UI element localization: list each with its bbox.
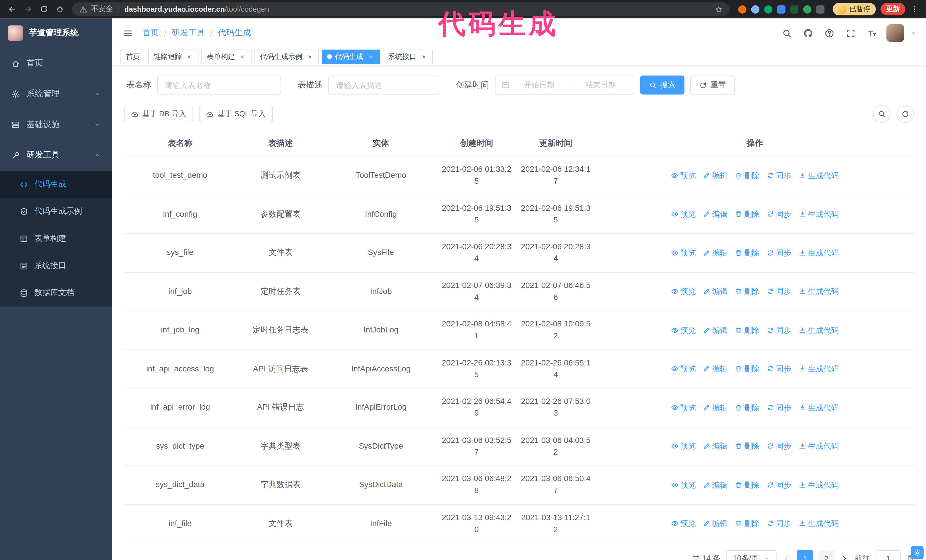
page-2-button[interactable]: 2: [818, 550, 835, 560]
delete-link[interactable]: 删除: [735, 402, 759, 413]
preview-link[interactable]: 预览: [671, 518, 696, 529]
font-size-icon[interactable]: [865, 27, 878, 39]
close-tab-icon[interactable]: [306, 53, 314, 61]
tab-codegen-example[interactable]: 代码生成示例: [254, 49, 319, 64]
preview-link[interactable]: 预览: [671, 440, 696, 452]
edit-link[interactable]: 编辑: [703, 479, 728, 491]
preview-link[interactable]: 预览: [671, 479, 696, 491]
preview-link[interactable]: 预览: [671, 208, 696, 220]
generate-link[interactable]: 生成代码: [798, 247, 838, 258]
delete-link[interactable]: 删除: [735, 286, 759, 297]
sync-link[interactable]: 同步: [766, 363, 791, 374]
back-icon[interactable]: [5, 2, 19, 16]
edit-link[interactable]: 编辑: [703, 208, 728, 220]
address-bar[interactable]: 不安全 dashboard.yudao.iocoder.cn/tool/code…: [72, 2, 729, 16]
search-icon[interactable]: [780, 27, 793, 39]
generate-link[interactable]: 生成代码: [798, 518, 838, 529]
import-db-button[interactable]: 基于 DB 导入: [124, 106, 193, 122]
edit-link[interactable]: 编辑: [703, 518, 728, 529]
edit-link[interactable]: 编辑: [703, 440, 728, 452]
generate-link[interactable]: 生成代码: [798, 479, 838, 491]
table-desc-input[interactable]: [328, 75, 439, 94]
generate-link[interactable]: 生成代码: [798, 363, 838, 374]
sidebar-item-home[interactable]: 首页: [0, 48, 112, 78]
delete-link[interactable]: 删除: [735, 208, 759, 220]
next-page-button[interactable]: [840, 554, 849, 560]
delete-link[interactable]: 删除: [735, 518, 759, 529]
delete-link[interactable]: 删除: [735, 170, 759, 181]
import-sql-button[interactable]: 基于 SQL 导入: [199, 106, 273, 122]
bookmark-star-icon[interactable]: [712, 2, 726, 16]
generate-link[interactable]: 生成代码: [798, 325, 838, 336]
preview-link[interactable]: 预览: [671, 325, 696, 336]
prev-page-button[interactable]: [782, 554, 791, 560]
update-button[interactable]: 更新: [881, 3, 905, 15]
close-tab-icon[interactable]: [185, 53, 193, 61]
sync-link[interactable]: 同步: [766, 518, 791, 529]
extension-icon[interactable]: [790, 5, 798, 14]
sync-link[interactable]: 同步: [766, 402, 791, 413]
page-size-select[interactable]: 10条/页: [726, 550, 776, 560]
settings-fab[interactable]: [911, 546, 924, 559]
help-icon[interactable]: [823, 27, 836, 39]
sync-link[interactable]: 同步: [766, 325, 791, 336]
sync-link[interactable]: 同步: [766, 247, 791, 258]
reset-button[interactable]: 重置: [690, 75, 735, 94]
search-button[interactable]: 搜索: [640, 75, 684, 94]
goto-page-input[interactable]: [876, 550, 901, 560]
tab-tracer[interactable]: 链路追踪: [148, 49, 198, 64]
edit-link[interactable]: 编辑: [703, 170, 728, 181]
toggle-search-button[interactable]: [873, 105, 890, 123]
delete-link[interactable]: 删除: [735, 479, 759, 491]
sidebar-item-api-doc[interactable]: 系统接口: [0, 252, 112, 279]
tab-home[interactable]: 首页: [121, 49, 145, 64]
sync-link[interactable]: 同步: [766, 170, 791, 181]
edit-link[interactable]: 编辑: [703, 325, 728, 336]
sync-link[interactable]: 同步: [766, 440, 791, 452]
extension-icon[interactable]: [738, 5, 746, 14]
sidebar-item-form-builder[interactable]: 表单构建: [0, 225, 112, 252]
delete-link[interactable]: 删除: [735, 363, 759, 374]
sidebar-item-system[interactable]: 系统管理: [0, 78, 112, 109]
generate-link[interactable]: 生成代码: [798, 402, 838, 413]
preview-link[interactable]: 预览: [671, 286, 696, 297]
preview-link[interactable]: 预览: [671, 170, 696, 181]
preview-link[interactable]: 预览: [671, 363, 696, 374]
delete-link[interactable]: 删除: [735, 325, 759, 336]
generate-link[interactable]: 生成代码: [798, 286, 838, 297]
extension-icon[interactable]: [764, 5, 772, 14]
generate-link[interactable]: 生成代码: [798, 208, 838, 220]
close-tab-icon[interactable]: [238, 53, 246, 61]
fullscreen-icon[interactable]: [844, 27, 857, 39]
github-icon[interactable]: [802, 27, 815, 39]
sidebar-item-codegen-example[interactable]: 代码生成示例: [0, 198, 112, 225]
edit-link[interactable]: 编辑: [703, 402, 728, 413]
close-tab-icon[interactable]: [366, 53, 374, 61]
profile-paused-badge[interactable]: 已暂停: [833, 3, 876, 15]
home-icon[interactable]: [53, 2, 67, 16]
generate-link[interactable]: 生成代码: [798, 440, 838, 452]
edit-link[interactable]: 编辑: [703, 247, 728, 258]
sidebar-item-dev-tools[interactable]: 研发工具: [0, 140, 112, 171]
extension-icon[interactable]: [803, 5, 811, 14]
edit-link[interactable]: 编辑: [703, 286, 728, 297]
breadcrumb-item[interactable]: 首页: [142, 28, 159, 38]
browser-menu-icon[interactable]: [907, 2, 921, 16]
edit-link[interactable]: 编辑: [703, 363, 728, 374]
table-name-input[interactable]: [157, 75, 281, 94]
tab-api-doc[interactable]: 系统接口: [383, 49, 433, 64]
refresh-table-button[interactable]: [896, 105, 914, 123]
sidebar-item-infrastructure[interactable]: 基础设施: [0, 109, 112, 140]
user-avatar[interactable]: [887, 24, 904, 42]
close-tab-icon[interactable]: [419, 53, 428, 61]
preview-link[interactable]: 预览: [671, 402, 696, 413]
extension-icon[interactable]: [816, 5, 824, 14]
delete-link[interactable]: 删除: [735, 247, 759, 258]
preview-link[interactable]: 预览: [671, 247, 696, 258]
delete-link[interactable]: 删除: [735, 440, 759, 452]
page-1-button[interactable]: 1: [797, 550, 813, 560]
sync-link[interactable]: 同步: [766, 286, 791, 297]
sync-link[interactable]: 同步: [766, 208, 791, 220]
sidebar-item-codegen[interactable]: 代码生成: [0, 171, 112, 198]
create-time-range-picker[interactable]: 开始日期 - 结束日期: [495, 75, 634, 94]
